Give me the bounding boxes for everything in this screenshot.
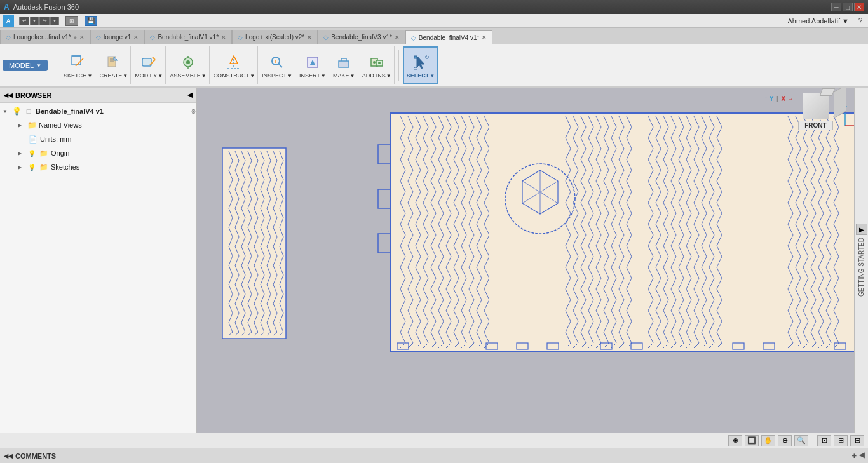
tab-close-1[interactable]: ✕	[79, 34, 85, 41]
root-item-label: Bendable_finalV4 v1	[36, 107, 188, 115]
svg-rect-32	[426, 56, 428, 58]
root-settings-icon[interactable]: ⚙	[191, 108, 196, 115]
nav-pan-btn[interactable]: ✋	[761, 435, 775, 446]
tab-logo[interactable]: ◇ Logo+txt(Scaled) v2* ✕	[232, 30, 318, 44]
grid-button[interactable]: ⊞	[65, 16, 78, 26]
titlebar: A Autodesk Fusion 360 ─ □ ✕	[0, 0, 868, 14]
tab-close-3[interactable]: ✕	[221, 34, 226, 41]
assemble-icon	[178, 52, 198, 72]
svg-rect-40	[489, 114, 572, 351]
orientation-front-label: FRONT	[798, 121, 833, 130]
select-label: SELECT▼	[407, 72, 435, 79]
create-icon	[104, 52, 124, 72]
toolbar-sketch[interactable]: SKETCH▼	[61, 46, 95, 84]
close-button[interactable]: ✕	[854, 3, 864, 11]
sketches-expander: ▶	[18, 164, 27, 170]
nav-move-btn[interactable]: ⊕	[728, 435, 742, 446]
tab-label-2: lounge v1	[104, 34, 131, 41]
tree-root-item[interactable]: ▼ 💡 □ Bendable_finalV4 v1 ⚙	[0, 104, 196, 118]
main-area: ◀◀ BROWSER ◀ ▼ 💡 □ Bendable_finalV4 v1 ⚙…	[0, 88, 868, 433]
tree-sketches[interactable]: ▶ 💡 📁 Sketches	[0, 160, 196, 174]
model-button[interactable]: MODEL ▼	[3, 60, 48, 71]
view-grid-btn[interactable]: ⊞	[834, 435, 848, 446]
minimize-button[interactable]: ─	[831, 3, 841, 11]
toolbar-make[interactable]: MAKE▼	[330, 46, 358, 84]
toolbar-inspect[interactable]: i INSPECT▼	[259, 46, 295, 84]
nav-orbit-btn[interactable]: ⊕	[778, 435, 792, 446]
svg-marker-30	[417, 56, 424, 69]
model-chevron: ▼	[36, 63, 41, 69]
tab-icon-4: ◇	[238, 34, 243, 41]
tab-bendable1[interactable]: ◇ Bendable_finalV1 v1* ✕	[144, 30, 232, 44]
view-layout-btn[interactable]: ⊟	[850, 435, 864, 446]
help-button[interactable]: ?	[855, 16, 865, 26]
axis-separator: |	[776, 95, 778, 102]
svg-line-18	[278, 64, 282, 67]
tab-label-1: Loungeker...final v1*	[13, 34, 71, 41]
tab-close-5[interactable]: ✕	[395, 34, 400, 41]
insert-label: INSERT▼	[299, 72, 326, 79]
assemble-label: ASSEMBLE▼	[170, 72, 206, 79]
comments-add-btn[interactable]: +	[851, 451, 857, 460]
origin-folder-icon: 📁	[39, 148, 49, 158]
cube-top	[819, 88, 834, 96]
toolbar-addins[interactable]: ADD-INS▼	[360, 46, 395, 84]
tab-bendable3[interactable]: ◇ Bendable_finalV3 v1* ✕	[318, 30, 405, 44]
units-label: Units: mm	[40, 135, 196, 143]
toolbar-create[interactable]: CREATE▼	[97, 46, 131, 84]
right-panel-collapse[interactable]: ▶	[856, 224, 867, 235]
viewport[interactable]: Y X FRONT ↑ Y | X →	[197, 88, 854, 433]
app-menu-button[interactable]: A	[3, 15, 14, 27]
tab-label-5: Bendable_finalV3 v1*	[331, 34, 392, 41]
tab-label-4: Logo+txt(Scaled) v2*	[245, 34, 304, 41]
app-title: Autodesk Fusion 360	[13, 3, 79, 11]
right-panel: ▶ GETTING STARTED	[854, 88, 868, 433]
redo-button[interactable]: ↪	[39, 17, 50, 25]
view-display-btn[interactable]: ⊡	[817, 435, 831, 446]
tab-close-6[interactable]: ✕	[482, 34, 487, 41]
tab-bendable4[interactable]: ◇ Bendable_finalV4 v1* ✕	[405, 30, 493, 44]
svg-text:i: i	[275, 58, 276, 64]
browser-collapse-btn[interactable]: ◀◀	[4, 92, 13, 98]
undo-button[interactable]: ↩	[19, 17, 29, 25]
addins-label: ADD-INS▼	[362, 72, 391, 79]
toolbar-construct[interactable]: CONSTRUCT▼	[211, 46, 258, 84]
user-name: Ahmed Abdellatif ▼	[788, 17, 850, 25]
titlebar-controls[interactable]: ─ □ ✕	[831, 3, 864, 11]
orientation-widget[interactable]: FRONT	[798, 93, 836, 131]
browser-pin-btn[interactable]: ◀	[187, 91, 193, 99]
tree-named-views[interactable]: ▶ 📁 Named Views	[0, 118, 196, 132]
undo-dropdown[interactable]: ▼	[30, 17, 39, 25]
tab-icon-5: ◇	[323, 34, 329, 41]
nav-fit-btn[interactable]: 🔲	[745, 435, 759, 446]
redo-dropdown[interactable]: ▼	[50, 17, 59, 25]
app-logo: A	[4, 3, 10, 11]
modify-icon	[139, 52, 159, 72]
browser-title: BROWSER	[15, 91, 51, 99]
browser-panel: ◀◀ BROWSER ◀ ▼ 💡 □ Bendable_finalV4 v1 ⚙…	[0, 88, 197, 433]
getting-started-label[interactable]: GETTING STARTED	[858, 238, 865, 297]
tab-close-4[interactable]: ✕	[307, 34, 312, 41]
tree-origin[interactable]: ▶ 💡 📁 Origin	[0, 146, 196, 160]
bottombar: ⊕ 🔲 ✋ ⊕ 🔍 ⊡ ⊞ ⊟	[0, 433, 868, 448]
tab-lounge[interactable]: ◇ lounge v1 ✕	[90, 30, 144, 44]
save-button[interactable]: 💾	[85, 16, 97, 26]
toolbar-separator-2	[398, 50, 399, 81]
nav-zoom-btn[interactable]: 🔍	[794, 435, 808, 446]
toolbar-modify[interactable]: MODIFY▼	[132, 46, 166, 84]
make-icon	[334, 52, 354, 72]
tab-loungeker[interactable]: ◇ Loungeker...final v1* ● ✕	[0, 30, 90, 44]
maximize-button[interactable]: □	[843, 3, 853, 11]
tab-close-2[interactable]: ✕	[133, 34, 139, 41]
construct-label: CONSTRUCT▼	[214, 72, 255, 79]
svg-rect-33	[414, 67, 417, 70]
toolbar-insert[interactable]: INSERT▼	[297, 46, 329, 84]
titlebar-left: A Autodesk Fusion 360	[4, 3, 79, 11]
comments-pin-btn[interactable]: ◀	[859, 451, 864, 460]
svg-point-11	[186, 60, 190, 64]
toolbar-assemble[interactable]: ASSEMBLE▼	[167, 46, 209, 84]
x-axis-indicator: X →	[782, 95, 794, 102]
toolbar-select[interactable]: SELECT▼	[403, 46, 438, 84]
named-views-expander: ▶	[18, 123, 27, 128]
tree-units: 📄 Units: mm	[0, 132, 196, 146]
